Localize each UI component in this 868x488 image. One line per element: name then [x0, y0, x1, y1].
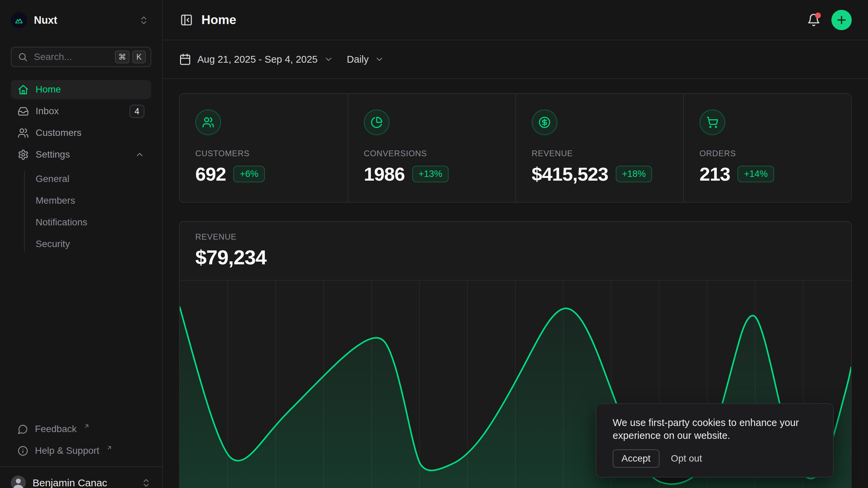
stat-delta-badge: +14% — [737, 166, 774, 182]
sidebar-item-label: Inbox — [36, 106, 59, 117]
chevrons-up-down-icon — [139, 15, 149, 25]
help-support-label: Help & Support — [35, 445, 99, 456]
sidebar-item-label: Home — [36, 84, 61, 95]
user-name: Benjamin Canac — [33, 477, 107, 488]
optout-cookies-button[interactable]: Opt out — [670, 450, 704, 467]
feedback-link[interactable]: Feedback — [11, 420, 151, 439]
date-range-picker[interactable]: Aug 21, 2025 - Sep 4, 2025 — [179, 53, 333, 65]
sidebar-item-security[interactable]: Security — [11, 235, 151, 253]
inbox-icon — [18, 106, 29, 117]
chevron-down-icon — [324, 55, 333, 64]
stat-value: $415,523 — [532, 163, 608, 185]
granularity-select[interactable]: Daily — [347, 54, 384, 65]
cookie-message: We use first-party cookies to enhance yo… — [613, 416, 817, 442]
sub-item-label: Notifications — [36, 217, 87, 228]
stats-row: CUSTOMERS 692 +6% CONVERSIONS 1986 +13% — [179, 93, 852, 203]
stat-card-customers[interactable]: CUSTOMERS 692 +6% — [180, 94, 348, 202]
stat-card-orders[interactable]: ORDERS 213 +14% — [683, 94, 851, 202]
user-menu[interactable]: Benjamin Canac — [0, 466, 162, 488]
external-link-icon — [83, 421, 90, 432]
user-selector-button[interactable] — [141, 478, 151, 488]
stat-value: 213 — [699, 163, 730, 185]
info-circle-icon — [18, 446, 28, 456]
stat-delta-badge: +6% — [233, 166, 265, 182]
sidebar-item-settings[interactable]: Settings — [11, 145, 151, 164]
revenue-chart-label: REVENUE — [195, 232, 835, 242]
brand-name: Nuxt — [34, 14, 57, 26]
sidebar-item-notifications[interactable]: Notifications — [11, 213, 151, 232]
avatar — [11, 475, 26, 488]
page-header: Home — [163, 0, 868, 40]
sidebar-nav: Home Inbox 4 Customers — [11, 80, 151, 253]
sub-item-label: Members — [36, 195, 75, 206]
stat-label: ORDERS — [699, 149, 835, 158]
search-input[interactable]: Search... ⌘ K — [11, 47, 151, 67]
sidebar-item-general[interactable]: General — [11, 169, 151, 188]
home-icon — [18, 84, 29, 95]
stat-delta-badge: +13% — [412, 166, 449, 182]
stat-delta-badge: +18% — [616, 166, 652, 182]
feedback-label: Feedback — [35, 424, 77, 434]
sidebar-item-label: Settings — [36, 149, 70, 160]
sidebar-item-members[interactable]: Members — [11, 191, 151, 210]
sidebar: Nuxt Search... ⌘ K — [0, 0, 163, 488]
speech-bubble-icon — [18, 424, 28, 434]
workspace-row: Nuxt — [11, 11, 151, 30]
revenue-chart-value: $79,234 — [195, 246, 835, 269]
search-icon — [18, 52, 28, 62]
calendar-icon — [179, 53, 191, 65]
cart-icon — [699, 109, 725, 135]
collapse-sidebar-button[interactable] — [179, 13, 194, 27]
stat-label: REVENUE — [532, 149, 668, 158]
panel-left-close-icon — [180, 14, 193, 26]
sidebar-item-label: Customers — [36, 127, 81, 138]
stat-card-conversions[interactable]: CONVERSIONS 1986 +13% — [348, 94, 515, 202]
sub-item-label: Security — [36, 239, 70, 249]
dollar-circle-icon — [532, 109, 557, 135]
search-shortcut: ⌘ K — [115, 50, 146, 63]
external-link-icon — [106, 443, 113, 453]
stat-card-revenue[interactable]: REVENUE $415,523 +18% — [515, 94, 683, 202]
pie-chart-icon — [364, 109, 390, 135]
settings-subtree: General Members Notifications Security — [11, 169, 151, 253]
plus-icon — [835, 14, 848, 26]
sidebar-item-home[interactable]: Home — [11, 80, 151, 99]
cookie-banner: We use first-party cookies to enhance yo… — [596, 403, 834, 477]
stat-label: CONVERSIONS — [364, 149, 500, 158]
stat-value: 692 — [195, 163, 226, 185]
help-support-link[interactable]: Help & Support — [11, 441, 151, 460]
page-title: Home — [201, 13, 236, 27]
users-icon — [18, 127, 29, 139]
nuxt-logo-icon — [11, 12, 27, 28]
granularity-value: Daily — [347, 54, 369, 65]
chevrons-up-down-icon — [141, 478, 151, 488]
inbox-count-badge: 4 — [130, 105, 144, 118]
stat-label: CUSTOMERS — [195, 149, 332, 158]
sub-item-label: General — [36, 174, 70, 184]
users-icon — [195, 109, 221, 135]
add-button[interactable] — [831, 10, 852, 30]
sidebar-item-customers[interactable]: Customers — [11, 123, 151, 142]
stat-value: 1986 — [364, 163, 405, 185]
kbd-command: ⌘ — [115, 50, 130, 63]
workspace-selector-button[interactable] — [136, 13, 151, 28]
date-range-value: Aug 21, 2025 - Sep 4, 2025 — [197, 54, 318, 65]
chevron-up-icon — [135, 150, 144, 159]
sidebar-item-inbox[interactable]: Inbox 4 — [11, 102, 151, 121]
accept-cookies-button[interactable]: Accept — [613, 449, 659, 468]
filter-toolbar: Aug 21, 2025 - Sep 4, 2025 Daily — [163, 40, 868, 79]
kbd-k: K — [132, 50, 146, 63]
gear-icon — [18, 149, 29, 160]
sidebar-footer: Feedback Help & Support — [0, 420, 162, 488]
search-placeholder: Search... — [34, 52, 72, 62]
workspace-switcher[interactable]: Nuxt — [11, 12, 57, 28]
notifications-button[interactable] — [806, 13, 821, 27]
chevron-down-icon — [375, 55, 384, 64]
notification-dot — [815, 13, 821, 18]
